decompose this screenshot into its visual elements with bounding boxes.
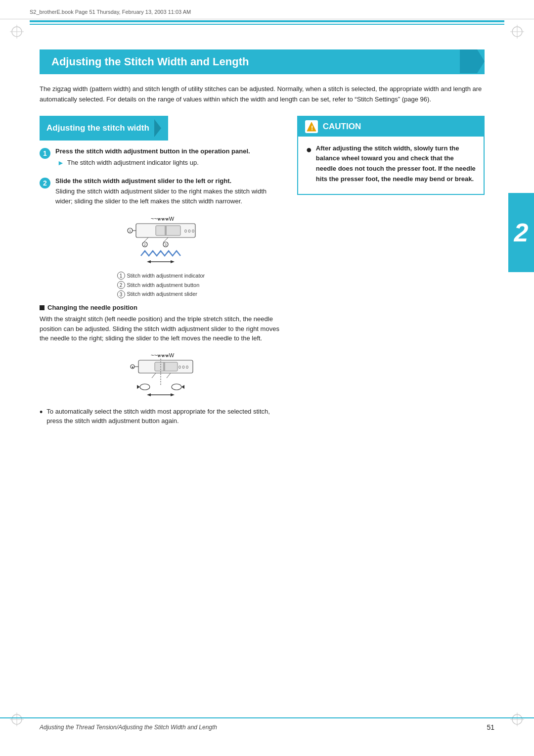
svg-text:0 0 0: 0 0 0: [178, 365, 188, 370]
sub-heading: Adjusting the stitch width: [40, 116, 168, 141]
svg-text:~~𝐰𝐰𝐰W: ~~𝐰𝐰𝐰W: [151, 216, 175, 222]
step-2-title: Slide the stitch width adjustment slider…: [55, 177, 282, 185]
two-column-layout: Adjusting the stitch width 1 Press the s…: [40, 116, 485, 426]
needle-section: Changing the needle position With the st…: [40, 304, 282, 426]
svg-point-41: [140, 384, 150, 390]
svg-marker-12: [460, 49, 485, 73]
svg-rect-33: [163, 362, 165, 371]
needle-body: With the straight stitch (left needle po…: [40, 314, 282, 343]
main-content: Adjusting the Stitch Width and Length Th…: [0, 30, 534, 446]
svg-text:●: ●: [132, 365, 134, 369]
arrow-icon: ►: [57, 159, 64, 167]
svg-point-43: [172, 384, 181, 390]
diagram-1-box: ~~𝐰𝐰𝐰W 0 0 0 1: [111, 214, 210, 299]
section-title: Adjusting the Stitch Width and Length: [51, 55, 455, 68]
needle-diagram: ~~𝐰𝐰𝐰W 0 0 0 ●: [111, 351, 210, 401]
diagram-2-box: ~~𝐰𝐰𝐰W 0 0 0 ●: [111, 351, 210, 401]
step-2: 2 Slide the stitch width adjustment slid…: [40, 177, 282, 206]
diagram-1: ~~𝐰𝐰𝐰W 0 0 0 1: [40, 214, 282, 299]
page-number: 51: [487, 723, 494, 731]
svg-marker-47: [171, 393, 175, 396]
svg-marker-29: [171, 260, 175, 263]
caution-header: ! CAUTION: [298, 117, 484, 137]
step-1-title: Press the stitch width adjustment button…: [55, 147, 282, 155]
svg-text:!: !: [311, 124, 313, 132]
intro-paragraph: The zigzag width (pattern width) and sti…: [40, 84, 485, 105]
reg-mark-tr: [510, 25, 524, 39]
svg-text:3: 3: [165, 243, 167, 246]
right-column: ! CAUTION ● After adjusting the stitch w…: [297, 116, 485, 195]
svg-line-25: [143, 237, 148, 242]
diagram-1-labels: 1 Stitch width adjustment indicator 2 St…: [117, 271, 205, 299]
footer-text: Adjusting the Thread Tension/Adjusting t…: [40, 724, 217, 731]
caution-bullet-icon: ●: [306, 144, 312, 154]
chapter-tab: 2: [508, 193, 534, 272]
svg-rect-16: [165, 226, 167, 236]
step-2-content: Slide the stitch width adjustment slider…: [55, 177, 282, 206]
svg-line-39: [167, 373, 171, 378]
svg-rect-32: [155, 362, 178, 371]
svg-marker-42: [137, 385, 140, 389]
svg-marker-46: [147, 393, 151, 396]
step-1: 1 Press the stitch width adjustment butt…: [40, 147, 282, 171]
svg-rect-15: [156, 226, 180, 236]
page: 2 S2_brotherE.book Page 51 Thursday, Feb…: [0, 0, 534, 756]
footer: Adjusting the Thread Tension/Adjusting t…: [0, 717, 534, 736]
svg-marker-44: [181, 385, 184, 389]
bullet-dot-icon: •: [40, 406, 43, 419]
step-1-number: 1: [40, 148, 50, 159]
section-heading: Adjusting the Stitch Width and Length: [40, 49, 485, 74]
stitch-diagram-1: ~~𝐰𝐰𝐰W 0 0 0 1: [111, 214, 210, 268]
step-1-content: Press the stitch width adjustment button…: [55, 147, 282, 171]
caution-label: CAUTION: [323, 122, 361, 132]
bullet-text: To automatically select the stitch width…: [46, 407, 282, 426]
step-1-indicator: ► The stitch width adjustment indicator …: [57, 158, 282, 168]
file-info: S2_brotherE.book Page 51 Thursday, Febru…: [0, 0, 534, 19]
svg-marker-28: [147, 260, 151, 263]
diagram-2: ~~𝐰𝐰𝐰W 0 0 0 ●: [40, 351, 282, 401]
svg-text:0 0 0: 0 0 0: [184, 229, 194, 234]
svg-line-38: [152, 373, 156, 378]
svg-text:~~𝐰𝐰𝐰W: ~~𝐰𝐰𝐰W: [151, 352, 175, 358]
svg-text:1: 1: [129, 229, 131, 233]
caution-box: ! CAUTION ● After adjusting the stitch w…: [297, 116, 485, 195]
step-1-indicator-text: The stitch width adjustment indicator li…: [67, 158, 199, 168]
step-2-number: 2: [40, 178, 50, 189]
square-bullet-icon: [40, 305, 44, 310]
needle-heading: Changing the needle position: [40, 304, 282, 311]
caution-body: ● After adjusting the stitch width, slow…: [298, 137, 484, 191]
svg-text:2: 2: [144, 243, 146, 246]
caution-icon: !: [305, 120, 318, 133]
step-2-body: Sliding the stitch width adjustment slid…: [55, 187, 282, 206]
caution-bullet: ● After adjusting the stitch width, slow…: [306, 143, 476, 185]
heading-arrow: [460, 49, 485, 73]
left-column: Adjusting the stitch width 1 Press the s…: [40, 116, 282, 426]
bullet-item: • To automatically select the stitch wid…: [40, 407, 282, 426]
caution-text: After adjusting the stitch width, slowly…: [316, 143, 476, 185]
reg-mark-tl: [10, 25, 24, 39]
